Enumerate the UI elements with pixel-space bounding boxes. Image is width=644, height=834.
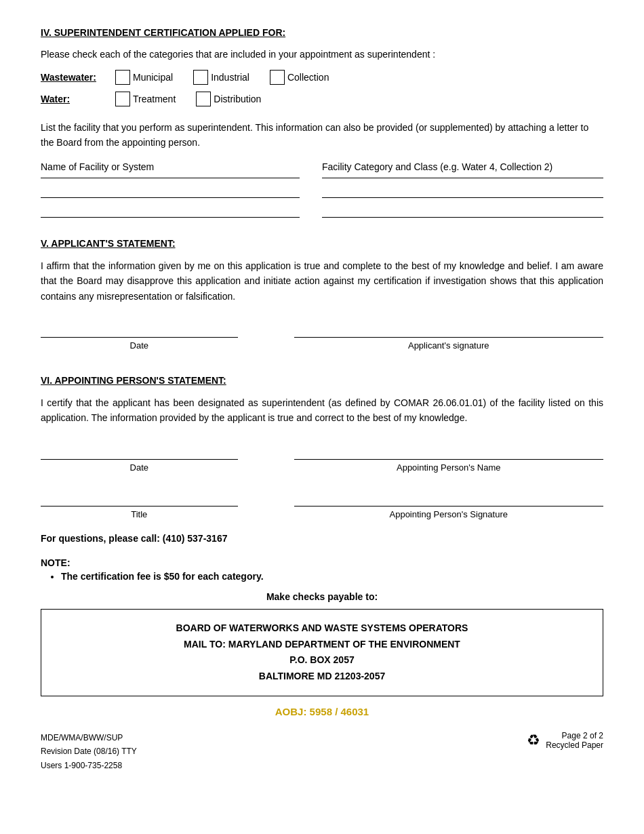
section-iv-title: IV. SUPERINTENDENT CERTIFICATION APPLIED… xyxy=(41,27,603,38)
section-vi: VI. APPOINTING PERSON'S STATEMENT: I cer… xyxy=(41,375,603,519)
applicant-date-line[interactable] xyxy=(41,324,238,338)
section-vi-text: I certify that the applicant has been de… xyxy=(41,395,603,426)
appointing-date-block: Date xyxy=(41,446,238,473)
water-treatment-checkbox[interactable] xyxy=(115,92,130,106)
wastewater-row: Wastewater: Municipal Industrial Collect… xyxy=(41,70,603,85)
section-vi-title: VI. APPOINTING PERSON'S STATEMENT: xyxy=(41,375,603,386)
mailing-line-4: BALTIMORE MD 21203-2057 xyxy=(52,669,592,685)
facility-class-line-2[interactable] xyxy=(322,197,603,198)
mailing-box: BOARD OF WATERWORKS AND WASTE SYSTEMS OP… xyxy=(41,609,603,696)
applicant-date-block: Date xyxy=(41,324,238,351)
facility-intro-text: List the facility that you perform as su… xyxy=(41,120,603,151)
facility-line-row-1 xyxy=(41,178,603,178)
water-label: Water: xyxy=(41,94,115,104)
water-treatment-group: Treatment xyxy=(115,92,176,106)
notes-section: NOTE: The certification fee is $50 for e… xyxy=(41,557,603,582)
make-checks-text: Make checks payable to: xyxy=(41,591,603,602)
footer-recycled: Recycled Paper xyxy=(546,740,603,750)
contact-section: For questions, please call: (410) 537-31… xyxy=(41,533,603,582)
appointing-name-block: Appointing Person's Name xyxy=(294,446,604,473)
wastewater-municipal-group: Municipal xyxy=(115,70,173,85)
water-treatment-label: Treatment xyxy=(133,94,176,104)
section-v-text: I affirm that the information given by m… xyxy=(41,258,603,304)
footer-left: MDE/WMA/BWW/SUP Revision Date (08/16) TT… xyxy=(41,731,137,772)
section-iv: IV. SUPERINTENDENT CERTIFICATION APPLIED… xyxy=(41,27,603,218)
footer-line1: MDE/WMA/BWW/SUP xyxy=(41,731,137,744)
facility-class-line-1[interactable] xyxy=(322,178,603,178)
facility-header: Name of Facility or System Facility Cate… xyxy=(41,161,603,172)
section-iv-intro: Please check each of the categories that… xyxy=(41,47,603,62)
appointing-date-name-row: Date Appointing Person's Name xyxy=(41,446,603,473)
wastewater-industrial-checkbox[interactable] xyxy=(193,70,208,85)
footer-page-recycled: Page 2 of 2 Recycled Paper xyxy=(546,731,603,750)
appointing-sig-line[interactable] xyxy=(294,493,604,507)
appointing-sig-block: Appointing Person's Signature xyxy=(294,493,604,519)
appointing-title-sig-row: Title Appointing Person's Signature xyxy=(41,493,603,519)
notes-list: The certification fee is $50 for each ca… xyxy=(61,571,603,582)
appointing-title-label: Title xyxy=(41,509,238,519)
wastewater-collection-label: Collection xyxy=(287,72,329,83)
water-distribution-label: Distribution xyxy=(214,94,261,104)
note-item: The certification fee is $50 for each ca… xyxy=(61,571,603,582)
facility-name-line-1[interactable] xyxy=(41,178,300,178)
wastewater-collection-group: Collection xyxy=(270,70,329,85)
applicant-sig-line[interactable] xyxy=(294,324,604,338)
wastewater-collection-checkbox[interactable] xyxy=(270,70,285,85)
facility-line-row-3 xyxy=(41,217,603,218)
facility-table: Name of Facility or System Facility Cate… xyxy=(41,161,603,218)
facility-line-row-2 xyxy=(41,197,603,198)
mailing-line-2: MAIL TO: MARYLAND DEPARTMENT OF THE ENVI… xyxy=(52,637,592,653)
facility-col-left-header: Name of Facility or System xyxy=(41,161,300,172)
appointing-date-label: Date xyxy=(41,462,238,473)
note-label: NOTE: xyxy=(41,557,71,568)
wastewater-label: Wastewater: xyxy=(41,72,115,83)
facility-name-line-2[interactable] xyxy=(41,197,300,198)
appointing-title-block: Title xyxy=(41,493,238,519)
applicant-date-label: Date xyxy=(41,340,238,351)
mailing-line-1: BOARD OF WATERWORKS AND WASTE SYSTEMS OP… xyxy=(52,620,592,637)
mailing-line-3: P.O. BOX 2057 xyxy=(52,652,592,669)
section-v: V. APPLICANT'S STATEMENT: I affirm that … xyxy=(41,238,603,351)
section-v-title: V. APPLICANT'S STATEMENT: xyxy=(41,238,603,249)
footer-line2: Revision Date (08/16) TTY xyxy=(41,744,137,758)
footer-page: Page 2 of 2 xyxy=(546,731,603,740)
wastewater-municipal-label: Municipal xyxy=(133,72,173,83)
facility-col-right-header: Facility Category and Class (e.g. Water … xyxy=(322,161,603,172)
footer-line3: Users 1-900-735-2258 xyxy=(41,759,137,772)
contact-text: For questions, please call: (410) 537-31… xyxy=(41,533,603,544)
recycled-icon: ♻ xyxy=(527,732,540,749)
footer-right: ♻ Page 2 of 2 Recycled Paper xyxy=(527,731,603,750)
aobj-line: AOBJ: 5958 / 46031 xyxy=(41,706,603,717)
applicant-sig-label: Applicant's signature xyxy=(294,340,604,351)
facility-name-line-3[interactable] xyxy=(41,217,300,218)
appointing-sig-label: Appointing Person's Signature xyxy=(294,509,604,519)
appointing-date-line[interactable] xyxy=(41,446,238,460)
appointing-name-label: Appointing Person's Name xyxy=(294,462,604,473)
applicant-sig-row: Date Applicant's signature xyxy=(41,324,603,351)
water-distribution-group: Distribution xyxy=(196,92,261,106)
appointing-name-line[interactable] xyxy=(294,446,604,460)
water-row: Water: Treatment Distribution xyxy=(41,92,603,106)
footer: MDE/WMA/BWW/SUP Revision Date (08/16) TT… xyxy=(41,731,603,772)
facility-class-line-3[interactable] xyxy=(322,217,603,218)
wastewater-industrial-label: Industrial xyxy=(211,72,249,83)
appointing-title-line[interactable] xyxy=(41,493,238,507)
applicant-sig-block: Applicant's signature xyxy=(294,324,604,351)
wastewater-municipal-checkbox[interactable] xyxy=(115,70,130,85)
wastewater-industrial-group: Industrial xyxy=(193,70,249,85)
water-distribution-checkbox[interactable] xyxy=(196,92,211,106)
